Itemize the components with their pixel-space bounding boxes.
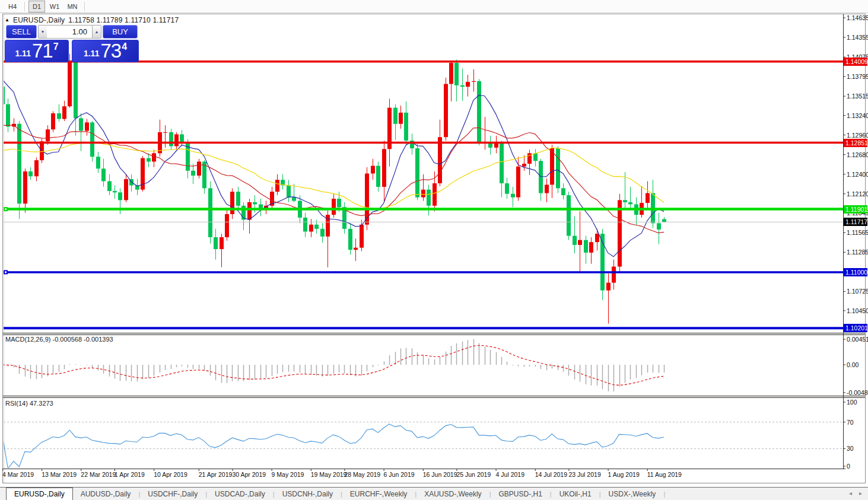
date-label: 9 May 2019	[272, 471, 304, 478]
symbol-tab-usdchf[interactable]: USDCHF-,Daily	[140, 488, 205, 500]
tab-scroll-controls: ◂ ▸	[849, 490, 862, 496]
sell-price-base: 1.11	[15, 49, 30, 58]
candle-body	[230, 192, 234, 214]
buy-button[interactable]: BUY	[103, 25, 138, 39]
indicator-axis-label: 0.004517	[847, 336, 868, 343]
symbol-tab-eurchf[interactable]: EURCHF-,Weekly	[342, 488, 415, 500]
candle-body	[314, 225, 319, 229]
macd-pane	[2, 339, 664, 391]
price-axis-label: 1.12960	[847, 132, 868, 139]
candle-body	[85, 122, 89, 130]
collapse-panel-icon[interactable]: ▲	[5, 18, 9, 23]
candle-body	[646, 193, 650, 203]
candle-body	[28, 171, 33, 176]
trendline-handle-dot	[5, 271, 7, 273]
volume-input[interactable]	[47, 25, 92, 39]
trendline-handle-dot	[5, 208, 7, 210]
candle-body	[584, 240, 588, 253]
candle-body	[567, 195, 571, 235]
sell-price-big: 71	[32, 40, 53, 62]
chevron-down-icon: ▼	[41, 30, 45, 34]
date-label: 10 Apr 2019	[154, 471, 187, 478]
candle-body	[382, 149, 386, 187]
tab-scroll-left-icon[interactable]: ◂	[849, 490, 852, 496]
candle-body	[113, 191, 117, 192]
date-label: 6 Jun 2019	[384, 471, 415, 478]
candle-body	[68, 62, 72, 106]
candle-body	[303, 218, 307, 232]
candle-body	[545, 184, 549, 193]
symbol-tab-xauusd[interactable]: XAUUSD-,Weekly	[416, 488, 489, 500]
buy-price-quote[interactable]: 1.11 73 4	[72, 40, 139, 62]
volume-decrease-button[interactable]: ▼	[38, 25, 47, 39]
sell-button[interactable]: SELL	[6, 25, 37, 39]
timeframe-toolbar: H4D1W1MN	[0, 0, 868, 13]
date-label: 19 May 2019	[311, 471, 347, 478]
date-label: 21 Apr 2019	[199, 471, 233, 478]
indicator-axis-label: 30	[847, 445, 854, 452]
symbol-tabbar: EURUSD-,DailyAUDUSD-,Daily|USDCHF-,Daily…	[0, 487, 868, 500]
symbol-tab-eurusd[interactable]: EURUSD-,Daily	[6, 488, 73, 500]
candle-body	[225, 214, 229, 237]
candle-body	[309, 225, 313, 232]
candle-body	[247, 202, 252, 220]
candle-body	[460, 85, 465, 87]
date-label: 1 Aug 2019	[608, 471, 640, 478]
tab-separator: |	[663, 488, 665, 500]
symbol-tab-gbpusd[interactable]: GBPUSD-,H1	[491, 488, 549, 500]
candle-body	[57, 113, 61, 119]
sell-price-quote[interactable]: 1.11 71 7	[5, 40, 69, 62]
timeframe-button-mn[interactable]: MN	[64, 1, 81, 12]
symbol-tab-usdcnh[interactable]: USDCNH-,Daily	[275, 488, 341, 500]
level-price-label: 1.12851	[844, 139, 867, 147]
candle-body	[623, 200, 627, 202]
symbol-tab-usdx[interactable]: USDX-,Weekly	[601, 488, 664, 500]
candle-body	[337, 199, 341, 207]
indicator-axis-label: -0.004806	[847, 389, 868, 396]
candle-body	[628, 202, 632, 205]
candle-body	[595, 234, 599, 242]
symbol-tab-usdcad[interactable]: USDCAD-,Daily	[207, 488, 273, 500]
timeframe-button-d1[interactable]: D1	[28, 1, 45, 12]
tab-scroll-right-icon[interactable]: ▸	[859, 490, 862, 496]
candle-body	[292, 198, 296, 201]
current-price-label: 1.11717	[844, 218, 867, 226]
buy-price-sup: 4	[122, 42, 127, 52]
volume-increase-button[interactable]: ▲	[92, 25, 101, 39]
buy-price-big: 73	[100, 40, 121, 62]
price-axis-label: 1.12120	[847, 190, 868, 198]
candle-body	[163, 132, 167, 133]
candle-body	[472, 81, 476, 82]
candle-body	[214, 237, 218, 249]
chart-symbol-title: EURUSD-,Daily	[13, 16, 65, 24]
timeframe-button-w1[interactable]: W1	[46, 1, 63, 12]
candle-body	[90, 122, 94, 157]
candle-body	[118, 192, 122, 200]
candle-body	[477, 81, 481, 143]
candle-body	[550, 148, 554, 184]
buy-price-base: 1.11	[84, 49, 99, 58]
price-axis-label: 1.10450	[847, 307, 868, 314]
price-axis-label: 1.13240	[847, 112, 868, 119]
chart-ohlc-values: 1.11758 1.11789 1.11710 1.11717	[68, 16, 179, 24]
candle-body	[191, 171, 195, 176]
macd-signal-line	[2, 346, 664, 386]
candle-body	[220, 237, 224, 249]
symbol-tab-ukoil[interactable]: UKOil-,H1	[552, 488, 599, 500]
candle-body	[500, 144, 504, 183]
symbol-tab-audusd[interactable]: AUDUSD-,Daily	[73, 488, 139, 500]
candle-body	[466, 82, 470, 87]
price-pane	[1, 54, 843, 328]
date-label: 23 Jul 2019	[568, 471, 600, 478]
price-axis-label: 1.12400	[847, 171, 868, 178]
price-axis-label: 1.14355	[847, 34, 868, 41]
timeframe-button-h4[interactable]: H4	[4, 1, 21, 12]
date-label: 30 Apr 2019	[232, 471, 266, 478]
moving-average-line	[2, 79, 664, 256]
rsi-name: RSI(14)	[5, 400, 28, 407]
sell-price-sup: 7	[53, 42, 59, 52]
candle-body	[444, 84, 448, 138]
candle-body	[169, 132, 173, 147]
candle-body	[197, 161, 201, 176]
candle-body	[253, 202, 257, 205]
